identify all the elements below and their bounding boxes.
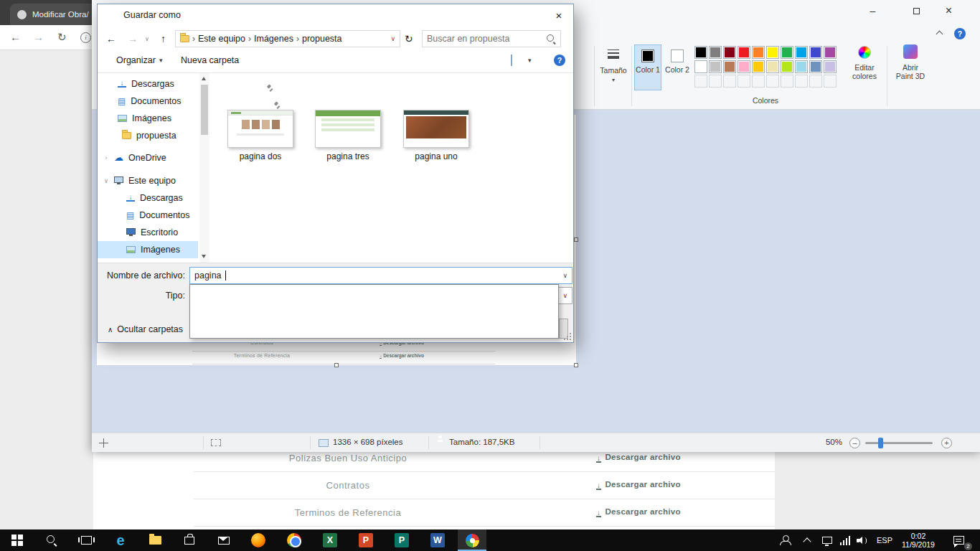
dialog-resize-grip[interactable] [564,333,573,342]
sidebar-item-este-equipo[interactable]: ∨ Este equipo [98,172,198,189]
palette-color-swatch[interactable] [723,60,736,73]
zoom-slider-track[interactable] [865,442,933,444]
palette-color-swatch[interactable] [723,46,736,59]
palette-color-swatch[interactable] [738,60,750,73]
palette-color-swatch[interactable] [709,46,722,59]
breadcrumb-segment[interactable]: propuesta [302,34,342,44]
sidebar-item-descargas-child[interactable]: Descargas [98,189,198,207]
palette-empty-slot[interactable] [766,75,779,88]
zoom-out-button[interactable]: – [849,438,860,448]
view-mode-caret-icon[interactable]: ▾ [528,57,532,64]
sidebar-item-documentos[interactable]: Documentos [98,93,198,110]
sidebar-item-documentos-child[interactable]: Documentos [98,207,198,224]
taskbar-edge[interactable]: e [106,529,135,551]
collapse-ribbon-icon[interactable] [936,31,943,38]
palette-empty-slot[interactable] [723,75,736,88]
taskbar-paint-active[interactable] [458,529,486,551]
taskbar-word[interactable]: W [423,529,452,551]
palette-color-swatch[interactable] [824,60,837,73]
zoom-slider-thumb[interactable] [878,438,883,448]
filename-input[interactable]: pagina ∨ [189,267,573,284]
open-paint3d-button[interactable]: Abrir Paint 3D [890,44,931,80]
nav-forward-icon[interactable]: → [128,33,138,44]
taskbar-excel[interactable]: X [316,529,344,551]
language-indicator[interactable]: ESP [872,529,897,551]
new-folder-button[interactable]: Nueva carpeta [181,52,239,69]
taskbar-powerpoint[interactable]: P [352,529,380,551]
palette-color-swatch[interactable] [766,60,779,73]
palette-empty-slot[interactable] [795,75,808,88]
canvas-resize-handle[interactable] [574,363,578,367]
palette-color-swatch[interactable] [795,60,808,73]
breadcrumb-segment[interactable]: Imágenes [254,34,293,44]
scroll-down-icon[interactable] [202,255,206,258]
browser-back-icon[interactable]: ← [10,30,21,44]
filename-dropdown-chevron-icon[interactable]: ∨ [562,272,567,279]
palette-empty-slot[interactable] [709,75,722,88]
taskbar-firefox[interactable] [244,529,273,551]
download-link[interactable]: Descargar archivo [567,507,710,517]
palette-color-swatch[interactable] [694,60,707,73]
palette-color-swatch[interactable] [824,46,837,59]
paint-help-icon[interactable]: ? [954,28,966,39]
palette-empty-slot[interactable] [752,75,765,88]
palette-empty-slot[interactable] [781,75,793,88]
canvas-resize-handle[interactable] [334,363,339,367]
edit-colors-button[interactable]: Editar colores [845,46,884,80]
filename-suggestions-dropdown[interactable] [189,284,559,339]
close-button[interactable]: × [933,0,965,22]
scrollbar-thumb[interactable] [201,85,208,135]
organize-button[interactable]: Organizar ▾ [116,52,162,69]
download-link[interactable]: Descargar archivo [567,453,710,463]
canvas-resize-handle[interactable] [574,237,578,242]
breadcrumb-segment[interactable]: Este equipo [198,34,245,44]
search-box[interactable]: Buscar en propuesta [422,30,561,47]
palette-color-swatch[interactable] [809,46,822,59]
palette-color-swatch[interactable] [709,60,722,73]
dialog-help-icon[interactable]: ? [554,55,565,66]
color1-button[interactable]: Color 1 [634,44,661,90]
sidebar-item-imagenes[interactable]: Imágenes [98,110,198,127]
start-button[interactable] [3,529,32,551]
clock[interactable]: 0:0211/9/2019 [895,529,941,551]
page-info-icon[interactable]: i [80,32,91,43]
palette-empty-slot[interactable] [824,75,837,88]
palette-empty-slot[interactable] [809,75,822,88]
palette-color-swatch[interactable] [781,60,793,73]
browser-forward-icon[interactable]: → [33,30,44,44]
file-item[interactable]: pagina dos [223,110,298,161]
breadcrumb[interactable]: › Este equipo › Imágenes › propuesta ∨ [175,30,400,47]
palette-color-swatch[interactable] [738,46,750,59]
scroll-up-icon[interactable] [202,77,206,80]
show-hidden-icons-button[interactable] [795,529,819,551]
download-link[interactable]: Descargar archivo [567,480,710,490]
sidebar-item-onedrive[interactable]: › OneDrive [98,149,198,166]
palette-color-swatch[interactable] [694,46,707,59]
size-button[interactable]: Tamaño ▾ [597,47,630,83]
action-center-button[interactable]: 2 [944,529,973,551]
taskbar-search-button[interactable] [37,529,66,551]
view-mode-icon[interactable] [511,55,512,66]
nav-up-icon[interactable]: ↑ [161,33,166,44]
nav-back-icon[interactable]: ← [106,33,116,44]
address-dropdown-chevron-icon[interactable]: ∨ [390,35,395,42]
sidebar-scrollbar[interactable] [199,73,209,263]
recent-locations-chevron-icon[interactable]: ∨ [145,36,149,42]
color2-button[interactable]: Color 2 [664,44,690,90]
palette-color-swatch[interactable] [809,60,822,73]
volume-tray-icon[interactable] [852,529,872,551]
file-item[interactable]: pagina uno [399,110,473,161]
palette-color-swatch[interactable] [795,46,808,59]
palette-empty-slot[interactable] [694,75,707,88]
taskbar-file-explorer[interactable] [141,529,169,551]
taskbar-mail[interactable] [209,529,238,551]
maximize-button[interactable] [900,0,933,22]
taskbar-store[interactable] [175,529,204,551]
sidebar-item-imagenes-selected[interactable]: Imágenes [98,241,198,258]
sidebar-item-escritorio[interactable]: Escritorio [98,224,198,241]
refresh-icon[interactable]: ↻ [405,33,413,44]
palette-empty-slot[interactable] [738,75,750,88]
browser-refresh-icon[interactable]: ↻ [57,30,67,44]
palette-color-swatch[interactable] [752,60,765,73]
palette-color-swatch[interactable] [781,46,793,59]
